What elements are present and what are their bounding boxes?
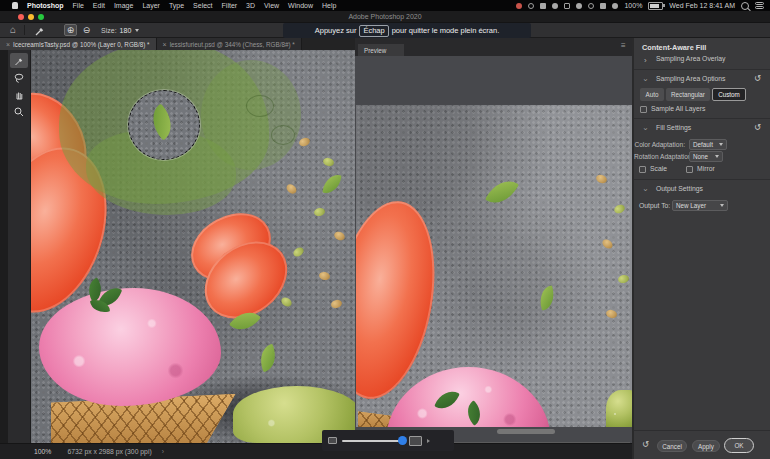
status-icon[interactable] [564,3,570,9]
reset-fill-settings-icon[interactable]: ↺ [754,123,761,132]
section-output-settings[interactable]: Output Settings [656,185,703,192]
add-to-sampling-button[interactable]: ⊕ [64,24,77,36]
reset-all-icon[interactable]: ↺ [642,440,649,449]
pistachio-shape [595,173,608,184]
selected-mint-leaf [144,103,180,140]
preview-tab[interactable]: Preview [358,44,404,56]
hand-tool[interactable] [10,87,28,102]
zoom-tool[interactable] [10,104,28,119]
brush-size-value[interactable]: 180 [120,27,132,34]
menubar-clock[interactable]: Wed Feb 12 8:41 AM [669,2,735,9]
menu-file[interactable]: File [73,2,84,9]
pistachio-shape [292,246,306,259]
sampling-auto-button[interactable]: Auto [640,88,664,101]
pistachio-shape [313,207,325,217]
section-sampling-area-overlay[interactable]: Sampling Area Overlay [656,55,726,62]
chevron-down-icon[interactable]: › [641,79,649,82]
document-tabs: × IcecreamIsTasty.psd @ 100% (Layer 0, R… [0,38,355,50]
pistachio-shape [333,230,346,242]
menu-image[interactable]: Image [114,2,133,9]
status-icon[interactable] [576,3,582,9]
zoom-in-image-icon[interactable] [409,436,422,446]
zoom-slider-knob[interactable] [398,436,407,445]
battery-percent: 100% [624,2,642,9]
status-icon[interactable] [540,3,546,9]
panel-menu-icon[interactable]: ≡ [621,41,626,50]
status-icon[interactable] [600,3,606,9]
caf-footer: ↺ Cancel Apply OK [632,430,770,459]
menu-select[interactable]: Select [193,2,212,9]
apply-button[interactable]: Apply [692,440,720,452]
control-center-icon[interactable] [755,2,764,9]
close-tab-icon[interactable]: × [6,41,10,48]
scale-checkbox[interactable] [639,166,646,173]
section-sampling-area-options[interactable]: Sampling Area Options [656,75,726,82]
macos-menubar: Photoshop File Edit Image Layer Type Sel… [0,0,770,11]
mirror-checkbox[interactable] [686,166,693,173]
preview-hscrollbar-thumb[interactable] [497,429,555,434]
sampling-brush-options-icon [33,24,46,37]
sampling-rectangular-button[interactable]: Rectangular [666,88,710,101]
menu-window[interactable]: Window [288,2,313,9]
menu-type[interactable]: Type [169,2,184,9]
chevron-down-icon[interactable]: › [641,128,649,131]
brush-size-dropdown-icon[interactable] [135,29,139,32]
output-to-select[interactable]: New Layer [672,200,728,211]
ok-button[interactable]: OK [724,438,754,453]
menu-layer[interactable]: Layer [142,2,160,9]
sampling-custom-button[interactable]: Custom [712,88,746,101]
sample-all-layers-label: Sample All Layers [651,105,705,112]
photoshop-window: Photoshop File Edit Image Layer Type Sel… [0,0,770,459]
chevron-down-icon[interactable]: › [641,189,649,192]
status-icon[interactable] [552,3,558,9]
tab-icecreamistasty[interactable]: × IcecreamIsTasty.psd @ 100% (Layer 0, R… [0,38,157,50]
wifi-icon[interactable] [612,3,618,9]
close-tab-icon[interactable]: × [163,41,167,48]
home-icon[interactable]: ⌂ [10,25,16,35]
zoom-level-field[interactable]: 100% [34,448,51,455]
reset-sampling-options-icon[interactable]: ↺ [754,74,761,83]
zoom-slider-track[interactable] [342,440,404,442]
tab-label: IcecreamIsTasty.psd @ 100% (Layer 0, RGB… [13,41,149,48]
brush-icon [13,55,25,67]
hand-icon [13,89,25,101]
preview-image[interactable] [356,105,632,427]
dropdown-caret-icon [715,155,719,158]
section-fill-settings[interactable]: Fill Settings [656,124,691,131]
color-adaptation-select[interactable]: Default [689,139,727,150]
menu-edit[interactable]: Edit [93,2,105,9]
menu-3d[interactable]: 3D [246,2,255,9]
menu-help[interactable]: Help [322,2,336,9]
menu-filter[interactable]: Filter [222,2,238,9]
color-adaptation-value: Default [693,141,713,148]
status-icon[interactable] [588,3,594,9]
mint-leaf-shape [536,285,557,310]
mint-leaf-shape [255,344,280,373]
preview-tab-label: Preview [364,47,386,54]
rotation-adaptation-select[interactable]: None [689,151,723,162]
sample-all-layers-checkbox[interactable] [640,106,647,113]
zoom-out-image-icon[interactable] [328,437,337,444]
pistachio-shape [601,238,615,251]
record-status-icon[interactable] [516,3,522,9]
lasso-tool[interactable] [10,70,28,85]
apple-logo-icon[interactable] [12,2,18,9]
status-icon[interactable] [528,3,534,9]
tab-second-document[interactable]: × lessisfurieut.psd @ 344% (Chess, RGB/8… [157,38,302,50]
menu-photoshop[interactable]: Photoshop [27,2,64,9]
selection-marching-ants[interactable] [128,90,200,160]
subtract-from-sampling-button[interactable]: ⊖ [80,24,93,36]
magnifier-icon [13,106,25,118]
battery-icon[interactable] [648,2,663,10]
sampling-brush-tool[interactable] [10,53,28,68]
document-canvas[interactable] [31,50,355,443]
zoom-bar-expander-icon[interactable] [427,439,430,443]
cancel-button[interactable]: Cancel [657,440,687,452]
chevron-right-icon[interactable]: › [644,57,647,65]
menu-view[interactable]: View [264,2,279,9]
spotlight-search-icon[interactable] [741,2,749,10]
rotation-adaptation-value: None [693,153,708,160]
status-expander-icon[interactable]: › [162,448,164,455]
divider [634,118,770,119]
color-adaptation-label: Color Adaptation: [634,141,685,148]
